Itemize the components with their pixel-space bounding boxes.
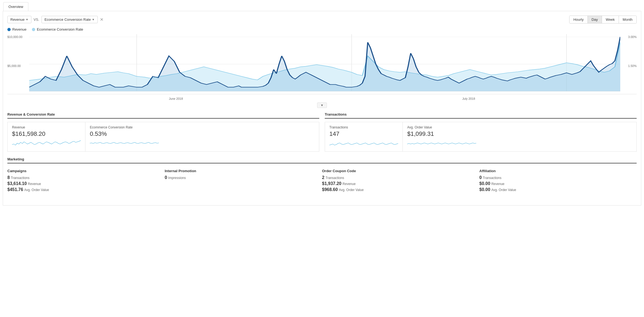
affiliation-stat0-unit: Transactions <box>483 176 501 180</box>
affiliation-stat1-unit: Revenue <box>491 182 504 186</box>
overview-tab[interactable]: Overview <box>3 2 28 11</box>
metric-conversion-label: Ecommerce Conversion Rate <box>90 125 159 129</box>
y-labels-right: 3.00% 1.50% <box>620 34 637 94</box>
coupon-stat2-big: $968.60 <box>322 187 338 192</box>
legend-dot-conversion <box>32 28 35 31</box>
metric-transactions-value: 147 <box>329 130 398 137</box>
campaigns-stat1-unit: Revenue <box>28 182 41 186</box>
chart-svg <box>29 34 620 94</box>
marketing-coupon-stat-0: 2 Transactions <box>322 175 474 180</box>
coupon-stat1-unit: Revenue <box>342 182 356 186</box>
metric-conversion: Ecommerce Conversion Rate 0.53% <box>85 122 163 151</box>
chart-svg-container <box>29 34 620 94</box>
marketing-campaigns-stat-2: $451.76 Avg. Order Value <box>7 187 159 192</box>
sparkline-avg-order <box>407 139 476 147</box>
marketing-affiliation-stat-0: 0 Transactions <box>479 175 631 180</box>
affiliation-stat2-unit: Avg. Order Value <box>491 188 516 192</box>
revenue-section: Revenue & Conversion Rate Revenue $161,5… <box>7 112 319 152</box>
marketing-internal: Internal Promotion 0 Impressions <box>165 167 322 195</box>
marketing-affiliation-stat-1: $0.00 Revenue <box>479 181 631 186</box>
metric2-arrow: ▼ <box>92 18 95 21</box>
legend-label-revenue: Revenue <box>12 27 26 31</box>
marketing-coupon-label: Order Coupon Code <box>322 169 474 173</box>
legend-conversion: Ecommerce Conversion Rate <box>32 27 83 31</box>
marketing-internal-stat-0: 0 Impressions <box>165 175 317 180</box>
controls-row: Revenue ▼ VS. Ecommerce Conversion Rate … <box>7 16 637 24</box>
marketing-affiliation-stat-2: $0.00 Avg. Order Value <box>479 187 631 192</box>
time-hourly[interactable]: Hourly <box>570 16 588 23</box>
y-label-top-right: 3.00% <box>620 35 637 39</box>
main-container: Revenue ▼ VS. Ecommerce Conversion Rate … <box>3 11 641 206</box>
sparkline-conversion <box>90 139 159 147</box>
coupon-stat0-big: 2 <box>322 175 324 180</box>
marketing-affiliation: Affiliation 0 Transactions $0.00 Revenue… <box>479 167 637 195</box>
y-label-top-left: $10,000.00 <box>7 35 29 39</box>
metric-transactions-label: Transactions <box>329 125 398 129</box>
marketing-coupon: Order Coupon Code 2 Transactions $1,937.… <box>322 167 479 195</box>
revenue-metrics-grid: Revenue $161,598.20 Ecommerce Conversion… <box>7 122 319 152</box>
metric1-dropdown[interactable]: Revenue ▼ <box>7 16 31 23</box>
marketing-campaigns: Campaigns 8 Transactions $3,614.10 Reven… <box>7 167 165 195</box>
vs-label: VS. <box>34 17 39 22</box>
clear-button[interactable]: ✕ <box>100 17 103 22</box>
marketing-section-header: Marketing <box>7 157 637 163</box>
y-label-mid-left: $5,000.00 <box>7 64 29 67</box>
sparkline-revenue <box>12 139 81 147</box>
affiliation-stat1-big: $0.00 <box>479 181 490 186</box>
marketing-campaigns-label: Campaigns <box>7 169 159 173</box>
transactions-metrics-grid: Transactions 147 Avg. Order Value $1,099… <box>325 122 637 152</box>
metric-revenue: Revenue $161,598.20 <box>8 122 85 151</box>
metric-avg-order-value: $1,099.31 <box>407 130 476 137</box>
internal-stat0-unit: Impressions <box>168 176 186 180</box>
time-week[interactable]: Week <box>602 16 619 23</box>
coupon-stat1-big: $1,937.20 <box>322 181 341 186</box>
marketing-campaigns-stat-0: 8 Transactions <box>7 175 159 180</box>
marketing-grid: Campaigns 8 Transactions $3,614.10 Reven… <box>7 167 637 195</box>
time-buttons: Hourly Day Week Month <box>569 16 637 24</box>
revenue-section-header: Revenue & Conversion Rate <box>7 112 319 119</box>
campaigns-stat2-big: $451.76 <box>7 187 23 192</box>
metric1-arrow: ▼ <box>26 18 28 21</box>
marketing-coupon-stat-2: $968.60 Avg. Order Value <box>322 187 474 192</box>
chart-area: $10,000.00 $5,000.00 3.00% 1.50% <box>7 34 637 94</box>
affiliation-stat0-big: 0 <box>479 175 482 180</box>
metric-avg-order-label: Avg. Order Value <box>407 125 476 129</box>
campaigns-stat0-unit: Transactions <box>11 176 29 180</box>
marketing-affiliation-label: Affiliation <box>479 169 631 173</box>
y-label-mid-right: 1.50% <box>620 64 637 67</box>
legend-revenue: Revenue <box>7 27 26 31</box>
metric-revenue-value: $161,598.20 <box>12 130 81 137</box>
legend-dot-revenue <box>7 28 11 31</box>
internal-stat0-big: 0 <box>165 175 167 180</box>
y-labels-left: $10,000.00 $5,000.00 <box>7 34 29 94</box>
metric2-dropdown[interactable]: Ecommerce Conversion Rate ▼ <box>41 16 98 23</box>
left-controls: Revenue ▼ VS. Ecommerce Conversion Rate … <box>7 16 103 23</box>
time-month[interactable]: Month <box>619 16 636 23</box>
scroll-indicator: ▼ <box>7 102 637 108</box>
marketing-internal-label: Internal Promotion <box>165 169 317 173</box>
campaigns-stat2-unit: Avg. Order Value <box>24 188 49 192</box>
metrics-sections: Revenue & Conversion Rate Revenue $161,5… <box>7 112 637 152</box>
legend-row: Revenue Ecommerce Conversion Rate <box>7 27 637 31</box>
x-labels: June 2018 July 2018 <box>7 96 637 100</box>
transactions-section-header: Transactions <box>325 112 637 119</box>
transactions-section: Transactions Transactions 147 Avg. Order… <box>325 112 637 152</box>
marketing-coupon-stat-1: $1,937.20 Revenue <box>322 181 474 186</box>
metric-avg-order: Avg. Order Value $1,099.31 <box>403 122 481 151</box>
metric-revenue-label: Revenue <box>12 125 81 129</box>
marketing-campaigns-stat-1: $3,614.10 Revenue <box>7 181 159 186</box>
metric1-label: Revenue <box>10 17 25 22</box>
coupon-stat2-unit: Avg. Order Value <box>339 188 364 192</box>
x-label-july: July 2018 <box>462 97 475 100</box>
scroll-btn[interactable]: ▼ <box>317 102 327 108</box>
metric2-label: Ecommerce Conversion Rate <box>44 17 91 22</box>
legend-label-conversion: Ecommerce Conversion Rate <box>37 27 83 31</box>
time-day[interactable]: Day <box>588 16 602 23</box>
metric-conversion-value: 0.53% <box>90 130 159 137</box>
coupon-stat0-unit: Transactions <box>326 176 344 180</box>
sparkline-transactions <box>329 139 398 147</box>
affiliation-stat2-big: $0.00 <box>479 187 490 192</box>
campaigns-stat1-big: $3,614.10 <box>7 181 27 186</box>
metric-transactions: Transactions 147 <box>325 122 403 151</box>
campaigns-stat0-big: 8 <box>7 175 10 180</box>
